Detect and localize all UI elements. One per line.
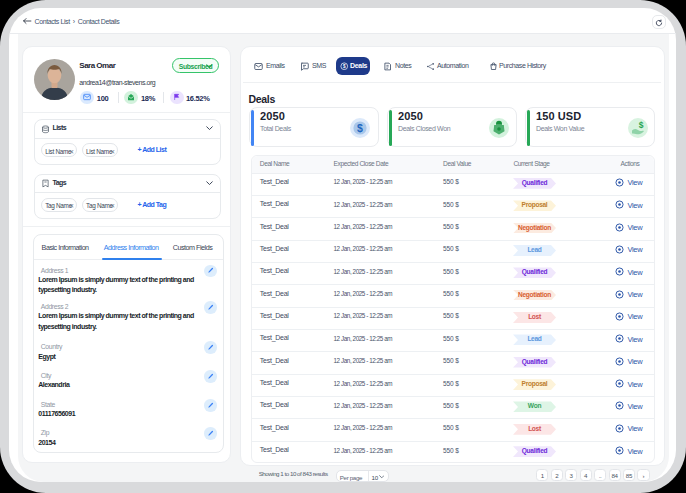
svg-text:$: $	[639, 119, 644, 129]
svg-text:$: $	[343, 63, 346, 68]
svg-text:$: $	[357, 122, 363, 134]
